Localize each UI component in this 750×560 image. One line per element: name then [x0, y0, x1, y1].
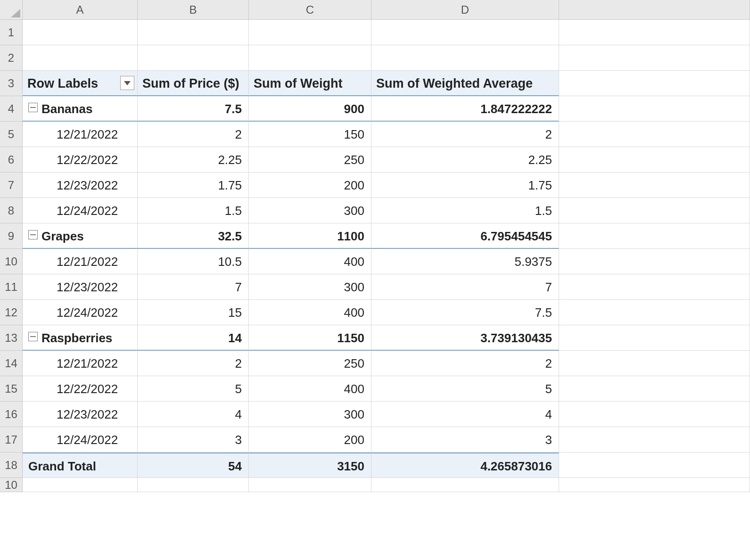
collapse-icon[interactable] [28, 103, 38, 112]
grand-total-label[interactable]: Grand Total [23, 453, 138, 478]
group-header-raspberries[interactable]: Raspberries [23, 325, 138, 351]
group-header-grapes[interactable]: Grapes [23, 223, 138, 249]
cell-date[interactable]: 12/23/2022 [23, 173, 138, 198]
cell[interactable] [559, 20, 750, 45]
cell[interactable] [559, 223, 750, 249]
grand-total-weight[interactable]: 3150 [249, 453, 371, 478]
cell-value[interactable]: 900 [249, 96, 371, 122]
cell[interactable] [559, 376, 750, 402]
cell[interactable] [371, 45, 559, 71]
cell-value[interactable]: 15 [138, 300, 249, 325]
grand-total-price[interactable]: 54 [138, 453, 249, 478]
row-header[interactable]: 13 [0, 325, 23, 351]
grand-total-wavg[interactable]: 4.265873016 [371, 453, 559, 478]
cell-date[interactable]: 12/23/2022 [23, 402, 138, 427]
cell[interactable] [559, 71, 750, 96]
cell[interactable] [559, 478, 750, 492]
cell-value[interactable]: 3 [138, 427, 249, 453]
cell-value[interactable]: 1100 [249, 223, 371, 249]
cell-value[interactable]: 250 [249, 351, 371, 376]
cell-date[interactable]: 12/22/2022 [23, 147, 138, 173]
cell-value[interactable]: 32.5 [138, 223, 249, 249]
col-header-b[interactable]: B [138, 0, 249, 20]
row-labels-filter-button[interactable] [120, 76, 134, 90]
row-header[interactable]: 2 [0, 45, 23, 71]
spreadsheet-grid[interactable]: A B C D 1 2 3 Row Labels Sum of Price ($… [0, 0, 750, 492]
cell-value[interactable]: 5 [138, 376, 249, 402]
row-header[interactable]: 7 [0, 173, 23, 198]
cell-value[interactable]: 300 [249, 402, 371, 427]
cell-value[interactable]: 6.795454545 [371, 223, 559, 249]
select-all-corner[interactable] [0, 0, 23, 20]
cell-value[interactable]: 14 [138, 325, 249, 351]
group-header-bananas[interactable]: Bananas [23, 96, 138, 122]
cell[interactable] [559, 147, 750, 173]
cell-value[interactable]: 3 [371, 427, 559, 453]
cell-value[interactable]: 1.75 [138, 173, 249, 198]
row-header[interactable]: 17 [0, 427, 23, 453]
cell-value[interactable]: 7.5 [371, 300, 559, 325]
cell-value[interactable]: 3.739130435 [371, 325, 559, 351]
cell[interactable] [559, 96, 750, 122]
cell-date[interactable]: 12/23/2022 [23, 274, 138, 300]
row-header[interactable]: 11 [0, 274, 23, 300]
cell-date[interactable]: 12/24/2022 [23, 198, 138, 223]
col-header-extra[interactable] [559, 0, 750, 20]
cell-value[interactable]: 200 [249, 427, 371, 453]
cell-value[interactable]: 4 [138, 402, 249, 427]
cell-date[interactable]: 12/21/2022 [23, 122, 138, 147]
cell[interactable] [559, 274, 750, 300]
cell-value[interactable]: 200 [249, 173, 371, 198]
cell-value[interactable]: 400 [249, 300, 371, 325]
cell[interactable] [559, 122, 750, 147]
col-header-a[interactable]: A [23, 0, 138, 20]
row-header[interactable]: 3 [0, 71, 23, 96]
cell[interactable] [559, 402, 750, 427]
pivot-col-header-price[interactable]: Sum of Price ($) [138, 71, 249, 96]
cell[interactable] [559, 45, 750, 71]
cell[interactable] [23, 20, 138, 45]
cell[interactable] [138, 20, 249, 45]
pivot-row-labels-header[interactable]: Row Labels [23, 71, 138, 96]
cell-value[interactable]: 5.9375 [371, 249, 559, 274]
cell-date[interactable]: 12/24/2022 [23, 300, 138, 325]
cell[interactable] [559, 198, 750, 223]
row-header[interactable]: 16 [0, 402, 23, 427]
row-header[interactable]: 1 [0, 20, 23, 45]
cell[interactable] [559, 249, 750, 274]
pivot-col-header-wavg[interactable]: Sum of Weighted Average [371, 71, 559, 96]
cell-value[interactable]: 2 [371, 122, 559, 147]
row-header[interactable]: 10 [0, 249, 23, 274]
cell[interactable] [559, 427, 750, 453]
cell-value[interactable]: 300 [249, 274, 371, 300]
cell-value[interactable]: 4 [371, 402, 559, 427]
cell-value[interactable]: 2 [138, 351, 249, 376]
row-header[interactable]: 4 [0, 96, 23, 122]
cell[interactable] [138, 478, 249, 492]
cell-value[interactable]: 1.847222222 [371, 96, 559, 122]
cell[interactable] [371, 478, 559, 492]
cell[interactable] [138, 45, 249, 71]
row-header[interactable]: 9 [0, 223, 23, 249]
cell-value[interactable]: 5 [371, 376, 559, 402]
cell[interactable] [249, 45, 371, 71]
cell[interactable] [559, 300, 750, 325]
cell-value[interactable]: 400 [249, 249, 371, 274]
row-header[interactable]: 15 [0, 376, 23, 402]
cell-value[interactable]: 2 [138, 122, 249, 147]
cell[interactable] [559, 325, 750, 351]
cell[interactable] [249, 20, 371, 45]
cell[interactable] [23, 45, 138, 71]
cell-value[interactable]: 1.5 [138, 198, 249, 223]
cell-value[interactable]: 250 [249, 147, 371, 173]
collapse-icon[interactable] [28, 332, 38, 341]
col-header-c[interactable]: C [249, 0, 371, 20]
cell[interactable] [559, 351, 750, 376]
cell[interactable] [23, 478, 138, 492]
cell-value[interactable]: 1150 [249, 325, 371, 351]
collapse-icon[interactable] [28, 230, 38, 239]
cell-value[interactable]: 150 [249, 122, 371, 147]
cell-value[interactable]: 2 [371, 351, 559, 376]
row-header[interactable]: 18 [0, 453, 23, 478]
row-header[interactable]: 6 [0, 147, 23, 173]
